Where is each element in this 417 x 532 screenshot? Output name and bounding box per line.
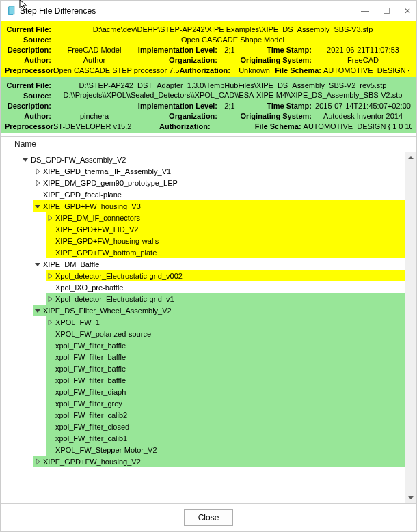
label: Originating System: [240, 111, 314, 121]
file2-description [53, 101, 135, 111]
label: Organization: [135, 111, 219, 121]
diff-tree[interactable]: DS_GPD-FW_Assembly_V2XIPE_GPD_thermal_IF… [1, 152, 416, 503]
close-button[interactable]: Close [184, 509, 233, 526]
collapsed-icon[interactable] [46, 214, 54, 222]
label: Authorization: [179, 66, 232, 75]
tree-row[interactable]: XIPE_GPD_focal-plane [2, 188, 416, 200]
leaf-icon [46, 423, 54, 431]
tree-row[interactable]: XPOL_FW_1 [46, 316, 405, 328]
label: Authorization: [159, 122, 213, 131]
file1-auth: Unknown [232, 66, 270, 75]
tree-row[interactable]: Xpol_IXO_pre-baffle [2, 281, 416, 293]
tree-item-label: XPOL_FW_Stepper-Motor_V2 [54, 446, 157, 454]
tree-row[interactable]: xpol_FW_filter_closed [46, 421, 405, 432]
collapsed-icon[interactable] [33, 458, 42, 466]
label: Implementation Level: [135, 101, 219, 111]
leaf-icon [46, 434, 54, 443]
tree-row[interactable]: xpol_FW_filter_diaph [46, 386, 405, 397]
tree-row[interactable]: XIPE_GPD_thermal_IF_Assembly_V1 [2, 165, 416, 177]
tree-row[interactable]: xpol_FW_filter_calib1 [46, 432, 405, 444]
tree-row[interactable]: XIPE_GPD+FW_housing-walls [46, 235, 405, 247]
label: Source: [5, 91, 53, 100]
file2-preprocessor: ST-DEVELOPER v15.2 [53, 122, 159, 131]
file2-timestamp: 2015-07-14T21:45:07+02:00 [314, 101, 412, 111]
file2-impl-level: 2;1 [219, 101, 240, 111]
collapsed-icon[interactable] [46, 318, 54, 326]
tree-item-label: XIPE_GPD+FW_LID_V2 [54, 225, 138, 234]
file2-system: Autodesk Inventor 2014 [314, 111, 412, 121]
tree-item-label: XPOL_FW_1 [54, 318, 100, 326]
label: File Schema: [270, 66, 323, 75]
leaf-icon [46, 400, 54, 408]
tree-item-label: XPOL_FW_polarized-source [54, 330, 151, 338]
tree-item-label: XIPE_GPD_thermal_IF_Assembly_V1 [42, 167, 171, 176]
file1-impl-level: 2;1 [219, 45, 240, 55]
tree-row[interactable]: xpol_FW_filter_baffle [46, 339, 405, 351]
tree-item-label: Xpol_detector_Electrostatic-grid_v002 [54, 272, 183, 280]
tree-item-label: Xpol_IXO_pre-baffle [54, 283, 123, 292]
leaf-icon [46, 341, 54, 350]
expanded-icon[interactable] [33, 307, 42, 315]
vertical-scrollbar[interactable] [405, 152, 416, 503]
file1-author: Author [53, 55, 135, 65]
file1-timestamp: 2021-06-21T11:07:53 [314, 45, 412, 55]
file2-path: D:\STEP-AP242_DST_Adapter_1.3.0\TempHubF… [53, 81, 412, 90]
file1-path: D:\acme\dev\DEHP\STEP-AP242\XIPE Example… [53, 25, 412, 34]
file1-system: FreeCAD [314, 55, 412, 65]
minimize-button[interactable]: — [361, 6, 369, 16]
tree-row[interactable]: XIPE_DM_GPD_gem90_prototype_LEP [2, 177, 416, 188]
tree-row[interactable]: xpol_FW_filter_baffle [46, 363, 405, 374]
tree-row[interactable]: XPOL_FW_polarized-source [46, 328, 405, 339]
leaf-icon [46, 237, 54, 245]
leaf-icon [33, 191, 42, 199]
close-window-button[interactable]: ✕ [404, 6, 411, 16]
collapsed-icon[interactable] [33, 179, 42, 187]
label: Author: [5, 111, 53, 121]
tree-item-label: xpol_FW_filter_baffle [54, 365, 126, 373]
tree-row[interactable]: XIPE_GPD+FW_housing_V3 [33, 200, 405, 212]
expanded-icon[interactable] [21, 156, 29, 164]
collapsed-icon[interactable] [33, 167, 42, 176]
label: Current File: [5, 81, 53, 90]
label: Author: [5, 55, 53, 65]
file2-source: D:\\Projects\\XPOL\\Sealed_Detectors\\XP… [53, 91, 412, 100]
leaf-icon [46, 388, 54, 396]
tree-header: Name [1, 136, 416, 152]
tree-row[interactable]: XIPE_DM_Baffle [2, 258, 416, 270]
tree-row[interactable]: XPOL_FW_Stepper-Motor_V2 [46, 444, 405, 456]
collapsed-icon[interactable] [46, 295, 54, 303]
tree-row[interactable]: XIPE_DM_IF_connectors [46, 212, 405, 223]
tree-row[interactable]: XIPE_GPD+FW_housing_V2 [33, 456, 405, 467]
label: Description: [5, 101, 53, 111]
tree-row[interactable]: xpol_FW_filter_baffle [46, 374, 405, 386]
label: Current File: [5, 25, 53, 34]
scroll-up-icon[interactable] [405, 152, 416, 163]
label: Time Stamp: [240, 45, 314, 55]
file1-preprocessor: Open CASCADE STEP processor 7.5 [53, 66, 179, 75]
label: Implementation Level: [135, 45, 219, 55]
tree-item-label: Xpol_detector_Electrostatic-grid_v1 [54, 295, 174, 303]
tree-row[interactable]: xpol_FW_filter_baffle [46, 351, 405, 363]
tree-item-label: DS_GPD-FW_Assembly_V2 [29, 156, 126, 164]
tree-row[interactable]: XIPE_DS_Filter_Wheel_Assembly_V2 [33, 305, 405, 316]
tree-row[interactable]: XIPE_GPD+FW_LID_V2 [46, 223, 405, 235]
tree-item-label: XIPE_GPD_focal-plane [42, 191, 122, 199]
leaf-icon [46, 376, 54, 384]
title-bar: Step File Differences — ☐ ✕ [1, 1, 416, 21]
tree-item-label: xpol_FW_filter_calib1 [54, 434, 127, 443]
tree-row[interactable]: Xpol_detector_Electrostatic-grid_v002 [46, 270, 405, 281]
window-title: Step File Differences [20, 6, 361, 16]
expanded-icon[interactable] [33, 260, 42, 268]
collapsed-icon[interactable] [46, 272, 54, 280]
tree-row[interactable]: XIPE_GPD+FW_bottom_plate [46, 247, 405, 258]
expanded-icon[interactable] [33, 202, 42, 210]
scroll-down-icon[interactable] [405, 492, 416, 503]
tree-row[interactable]: DS_GPD-FW_Assembly_V2 [2, 154, 416, 165]
maximize-button[interactable]: ☐ [383, 6, 390, 16]
tree-row[interactable]: xpol_FW_filter_calib2 [46, 409, 405, 421]
leaf-icon [46, 365, 54, 373]
file1-description: FreeCAD Model [53, 45, 135, 55]
tree-row[interactable]: xpol_FW_filter_grey [46, 397, 405, 409]
tree-row[interactable]: Xpol_detector_Electrostatic-grid_v1 [46, 293, 405, 305]
file2-author: pinchera [53, 111, 135, 121]
